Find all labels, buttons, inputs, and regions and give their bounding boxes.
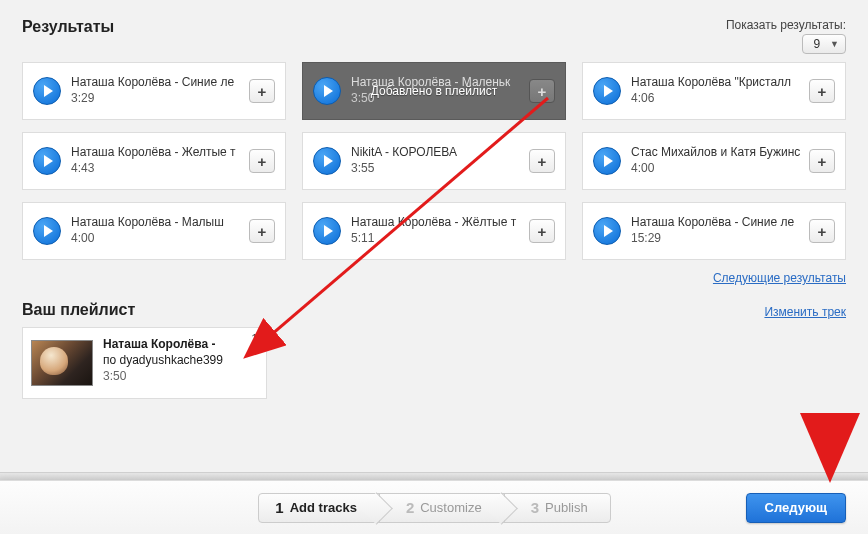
track-duration: 15:29: [631, 231, 801, 247]
track-title: Наташа Королёва - Синие ле: [631, 215, 801, 231]
footer-bar: 1Add tracks2Customize3Publish Следующ: [0, 480, 868, 534]
results-heading: Результаты: [22, 18, 114, 36]
play-button[interactable]: [33, 217, 61, 245]
track-card: Наташа Королёва "Кристалл4:06+: [582, 62, 846, 120]
playlist-area: 1Наташа Королёва -по dyadyushkache3993:5…: [22, 327, 846, 399]
wizard-step[interactable]: 2Customize: [379, 493, 505, 523]
track-card: Наташа Королёва - Желтые т4:43+: [22, 132, 286, 190]
track-card: Наташа Королёва - Жёлтые т5:11+: [302, 202, 566, 260]
add-button[interactable]: +: [809, 149, 835, 173]
play-button[interactable]: [313, 147, 341, 175]
track-info: Наташа Королёва - Синие ле15:29: [631, 215, 801, 246]
track-card: Наташа Королёва - Синие ле3:29+: [22, 62, 286, 120]
add-button[interactable]: +: [249, 79, 275, 103]
playlist-item-duration: 3:50: [103, 368, 223, 384]
play-button[interactable]: [33, 77, 61, 105]
play-icon: [604, 85, 613, 97]
track-duration: 3:50: [351, 91, 521, 107]
play-icon: [604, 225, 613, 237]
add-button[interactable]: +: [529, 219, 555, 243]
track-duration: 4:06: [631, 91, 801, 107]
track-title: Наташа Королёва - Желтые т: [71, 145, 241, 161]
track-title: Наташа Королёва - Малыш: [71, 215, 241, 231]
play-button[interactable]: [33, 147, 61, 175]
wizard-step-label: Add tracks: [290, 500, 357, 515]
wizard-step[interactable]: 1Add tracks: [258, 493, 380, 523]
track-title: Стас Михайлов и Катя Бужинс: [631, 145, 801, 161]
play-button[interactable]: [593, 147, 621, 175]
play-icon: [604, 155, 613, 167]
track-duration: 4:43: [71, 161, 241, 177]
track-info: Наташа Королёва - Маленьк3:50: [351, 75, 521, 106]
add-button[interactable]: +: [809, 219, 835, 243]
track-duration: 3:55: [351, 161, 521, 177]
results-count-value: 9: [813, 37, 820, 51]
edit-track-link[interactable]: Изменить трек: [764, 305, 846, 319]
wizard-step-number: 1: [275, 499, 283, 516]
play-button[interactable]: [593, 77, 621, 105]
playlist-item-info: Наташа Королёва -по dyadyushkache3993:50: [103, 336, 223, 390]
next-results-link[interactable]: Следующие результаты: [713, 271, 846, 285]
track-info: Наташа Королёва - Малыш4:00: [71, 215, 241, 246]
track-title: Наташа Королёва - Синие ле: [71, 75, 241, 91]
track-card: Стас Михайлов и Катя Бужинс4:00+: [582, 132, 846, 190]
wizard-step-number: 2: [406, 499, 414, 516]
track-title: Наташа Королёва - Маленьк: [351, 75, 521, 91]
play-icon: [44, 85, 53, 97]
play-button[interactable]: [313, 217, 341, 245]
add-button[interactable]: +: [529, 149, 555, 173]
wizard-step-label: Customize: [420, 500, 481, 515]
track-duration: 3:29: [71, 91, 241, 107]
add-button[interactable]: +: [249, 219, 275, 243]
results-count-control: Показать результаты: 9 ▼: [726, 18, 846, 54]
add-button[interactable]: +: [809, 79, 835, 103]
results-count-label: Показать результаты:: [726, 18, 846, 32]
play-icon: [44, 225, 53, 237]
playlist-item-title: Наташа Королёва -: [103, 336, 223, 352]
play-icon: [324, 225, 333, 237]
wizard-step-label: Publish: [545, 500, 588, 515]
play-icon: [324, 155, 333, 167]
track-info: Наташа Королёва - Синие ле3:29: [71, 75, 241, 106]
track-title: Наташа Королёва - Жёлтые т: [351, 215, 521, 231]
playlist-item[interactable]: 1Наташа Королёва -по dyadyushkache3993:5…: [22, 327, 267, 399]
track-card: Наташа Королёва - Синие ле15:29+: [582, 202, 846, 260]
add-button[interactable]: +: [529, 79, 555, 103]
track-info: Наташа Королёва - Желтые т4:43: [71, 145, 241, 176]
playlist-heading: Ваш плейлист: [22, 301, 135, 319]
track-title: Наташа Королёва "Кристалл: [631, 75, 801, 91]
results-grid: Наташа Королёва - Синие ле3:29+Наташа Ко…: [22, 62, 846, 260]
wizard-step-number: 3: [531, 499, 539, 516]
track-duration: 4:00: [631, 161, 801, 177]
play-button[interactable]: [313, 77, 341, 105]
track-card: Наташа Королёва - Маленьк3:50Добавлено в…: [302, 62, 566, 120]
wizard-step[interactable]: 3Publish: [504, 493, 611, 523]
track-info: NikitA - КОРОЛЕВА3:55: [351, 145, 521, 176]
next-button[interactable]: Следующ: [746, 493, 846, 523]
add-button[interactable]: +: [249, 149, 275, 173]
wizard-steps: 1Add tracks2Customize3Publish: [258, 493, 609, 523]
track-card: Наташа Королёва - Малыш4:00+: [22, 202, 286, 260]
playlist-item-thumb: [31, 340, 93, 386]
track-title: NikitA - КОРОЛЕВА: [351, 145, 521, 161]
track-info: Стас Михайлов и Катя Бужинс4:00: [631, 145, 801, 176]
playlist-item-index: 1: [251, 332, 258, 346]
play-button[interactable]: [593, 217, 621, 245]
play-icon: [44, 155, 53, 167]
results-count-select[interactable]: 9 ▼: [802, 34, 846, 54]
divider: [0, 472, 868, 480]
track-duration: 4:00: [71, 231, 241, 247]
track-info: Наташа Королёва "Кристалл4:06: [631, 75, 801, 106]
chevron-down-icon: ▼: [830, 39, 839, 49]
play-icon: [324, 85, 333, 97]
track-duration: 5:11: [351, 231, 521, 247]
track-card: NikitA - КОРОЛЕВА3:55+: [302, 132, 566, 190]
playlist-item-sub: по dyadyushkache399: [103, 352, 223, 368]
track-info: Наташа Королёва - Жёлтые т5:11: [351, 215, 521, 246]
